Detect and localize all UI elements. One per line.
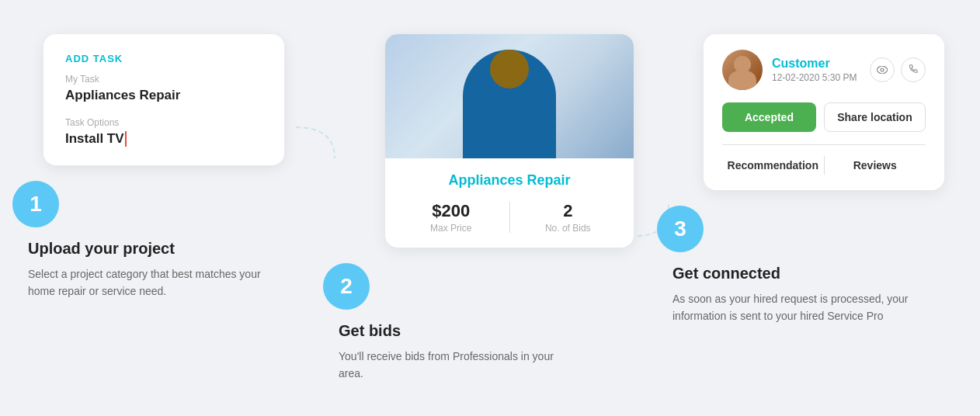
customer-name: Customer [772,57,870,71]
add-task-card: ADD TASK My Task Appliances Repair Task … [43,34,284,165]
customer-action-icons [870,57,926,82]
bids-card-body: Appliances Repair $200 Max Price 2 No. o… [385,158,634,248]
step-1-heading: Upload your project [28,240,269,258]
section-2: Appliances Repair $200 Max Price 2 No. o… [339,34,634,383]
customer-header: Customer 12-02-2020 5:30 PM [722,50,926,90]
eye-icon-button[interactable] [870,57,895,82]
my-task-label: My Task [65,74,262,85]
reviews-tab[interactable]: Reviews [825,156,926,175]
step-3-text: As soon as your hired request is process… [672,290,913,325]
customer-card: Customer 12-02-2020 5:30 PM [704,34,944,190]
add-task-title: ADD TASK [65,53,262,64]
my-task-value: Appliances Repair [65,88,262,103]
bids-count-stat: 2 No. of Bids [518,201,619,234]
step-2-bottom: 2 Get bids You'll receive bids from Prof… [339,248,634,383]
share-location-button[interactable]: Share location [824,102,926,132]
customer-info: Customer 12-02-2020 5:30 PM [772,57,870,83]
step-2-description: Get bids You'll receive bids from Profes… [339,322,579,383]
step-1-badge: 1 [12,181,59,227]
step-1-text: Select a project category that best matc… [28,265,269,300]
max-price-label: Max Price [401,223,502,234]
step-3-badge: 3 [657,206,704,252]
step-1-description: Upload your project Select a project cat… [28,240,269,300]
action-buttons: Accepted Share location [722,102,926,132]
max-price-stat: $200 Max Price [401,201,502,234]
step-3-heading: Get connected [672,265,913,283]
avatar [722,50,763,90]
bids-stats: $200 Max Price 2 No. of Bids [401,201,618,234]
phone-icon-button[interactable] [901,57,926,82]
step-3-description: Get connected As soon as your hired requ… [672,265,913,325]
task-options-value: Install TV [65,131,262,147]
section-1: ADD TASK My Task Appliances Repair Task … [28,34,292,300]
bids-card: Appliances Repair $200 Max Price 2 No. o… [385,34,634,248]
section-3: Customer 12-02-2020 5:30 PM [672,34,952,325]
bids-card-image [385,34,634,158]
bids-card-title: Appliances Repair [401,172,618,189]
text-cursor [125,131,127,147]
accepted-button[interactable]: Accepted [722,102,816,132]
bids-count-value: 2 [518,201,619,221]
tab-buttons: Recommendation Reviews [722,144,926,175]
arc-1-2 [292,34,339,174]
bids-count-label: No. of Bids [518,223,619,234]
task-options-label: Task Options [65,117,262,128]
recommendation-tab[interactable]: Recommendation [722,156,825,175]
step-2-heading: Get bids [339,322,579,340]
max-price-value: $200 [401,201,502,221]
step-2-text: You'll receive bids from Professionals i… [339,348,579,383]
main-container: ADD TASK My Task Appliances Repair Task … [28,34,952,383]
step-3-bottom: 3 Get connected As soon as your hired re… [672,190,952,325]
step-2-badge: 2 [323,263,370,310]
customer-date: 12-02-2020 5:30 PM [772,72,870,83]
stats-divider [509,202,510,233]
svg-point-0 [881,68,884,71]
